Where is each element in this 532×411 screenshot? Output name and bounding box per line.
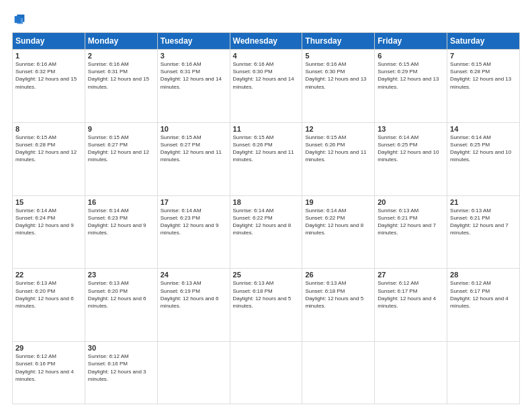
col-header-thursday: Thursday — [302, 33, 375, 50]
day-number: 15 — [15, 198, 82, 206]
day-info: Sunrise: 6:13 AM Sunset: 6:21 PM Dayligh… — [378, 207, 444, 237]
day-number: 1 — [15, 52, 82, 60]
day-info: Sunrise: 6:14 AM Sunset: 6:22 PM Dayligh… — [233, 207, 300, 237]
day-number: 30 — [88, 344, 154, 352]
day-info: Sunrise: 6:15 AM Sunset: 6:27 PM Dayligh… — [88, 134, 154, 164]
day-number: 9 — [88, 125, 154, 133]
calendar-week-row: 29 Sunrise: 6:12 AM Sunset: 6:16 PM Dayl… — [13, 342, 520, 404]
day-info: Sunrise: 6:16 AM Sunset: 6:30 PM Dayligh… — [305, 60, 371, 91]
day-number: 26 — [305, 271, 371, 279]
calendar-week-row: 15 Sunrise: 6:14 AM Sunset: 6:24 PM Dayl… — [13, 195, 520, 269]
calendar-week-row: 22 Sunrise: 6:13 AM Sunset: 6:20 PM Dayl… — [13, 269, 520, 342]
calendar-cell: 26 Sunrise: 6:13 AM Sunset: 6:18 PM Dayl… — [302, 269, 375, 342]
calendar-cell — [302, 342, 375, 404]
calendar-week-row: 1 Sunrise: 6:16 AM Sunset: 6:32 PM Dayli… — [13, 50, 520, 123]
day-number: 24 — [161, 271, 227, 279]
col-header-monday: Monday — [85, 33, 157, 50]
logo — [12, 12, 30, 27]
day-info: Sunrise: 6:13 AM Sunset: 6:19 PM Dayligh… — [161, 279, 227, 310]
calendar-cell: 3 Sunrise: 6:16 AM Sunset: 6:31 PM Dayli… — [157, 50, 230, 123]
day-number: 3 — [161, 52, 227, 60]
calendar-cell: 27 Sunrise: 6:12 AM Sunset: 6:17 PM Dayl… — [375, 269, 447, 342]
day-info: Sunrise: 6:15 AM Sunset: 6:28 PM Dayligh… — [450, 60, 517, 91]
day-number: 12 — [305, 125, 371, 133]
day-number: 7 — [450, 52, 517, 60]
calendar-cell — [157, 342, 230, 404]
day-info: Sunrise: 6:12 AM Sunset: 6:16 PM Dayligh… — [88, 353, 154, 383]
day-number: 16 — [88, 198, 154, 206]
col-header-sunday: Sunday — [13, 33, 85, 50]
calendar-cell: 28 Sunrise: 6:12 AM Sunset: 6:17 PM Dayl… — [447, 269, 520, 342]
day-info: Sunrise: 6:15 AM Sunset: 6:29 PM Dayligh… — [378, 60, 444, 91]
day-info: Sunrise: 6:15 AM Sunset: 6:26 PM Dayligh… — [233, 134, 300, 164]
day-info: Sunrise: 6:14 AM Sunset: 6:25 PM Dayligh… — [450, 134, 517, 164]
day-number: 2 — [88, 52, 154, 60]
day-number: 29 — [15, 344, 82, 352]
day-info: Sunrise: 6:14 AM Sunset: 6:25 PM Dayligh… — [378, 134, 444, 164]
calendar-cell: 6 Sunrise: 6:15 AM Sunset: 6:29 PM Dayli… — [375, 50, 447, 123]
day-number: 27 — [378, 271, 444, 279]
day-info: Sunrise: 6:13 AM Sunset: 6:20 PM Dayligh… — [15, 279, 82, 310]
day-info: Sunrise: 6:13 AM Sunset: 6:18 PM Dayligh… — [233, 279, 300, 310]
day-info: Sunrise: 6:13 AM Sunset: 6:20 PM Dayligh… — [88, 279, 154, 310]
calendar-cell: 11 Sunrise: 6:15 AM Sunset: 6:26 PM Dayl… — [230, 122, 302, 195]
calendar-cell — [375, 342, 447, 404]
col-header-saturday: Saturday — [447, 33, 520, 50]
calendar-cell: 29 Sunrise: 6:12 AM Sunset: 6:16 PM Dayl… — [13, 342, 85, 404]
day-info: Sunrise: 6:12 AM Sunset: 6:17 PM Dayligh… — [450, 279, 517, 310]
col-header-tuesday: Tuesday — [157, 33, 230, 50]
day-number: 20 — [378, 198, 444, 206]
day-info: Sunrise: 6:12 AM Sunset: 6:16 PM Dayligh… — [15, 353, 82, 383]
day-number: 4 — [233, 52, 300, 60]
calendar-cell: 25 Sunrise: 6:13 AM Sunset: 6:18 PM Dayl… — [230, 269, 302, 342]
calendar-cell — [230, 342, 302, 404]
day-info: Sunrise: 6:12 AM Sunset: 6:17 PM Dayligh… — [378, 279, 444, 310]
calendar-week-row: 8 Sunrise: 6:15 AM Sunset: 6:28 PM Dayli… — [13, 122, 520, 195]
calendar-cell: 22 Sunrise: 6:13 AM Sunset: 6:20 PM Dayl… — [13, 269, 85, 342]
calendar-cell: 9 Sunrise: 6:15 AM Sunset: 6:27 PM Dayli… — [85, 122, 157, 195]
calendar-cell: 15 Sunrise: 6:14 AM Sunset: 6:24 PM Dayl… — [13, 195, 85, 269]
day-info: Sunrise: 6:14 AM Sunset: 6:24 PM Dayligh… — [15, 207, 82, 237]
day-number: 22 — [15, 271, 82, 279]
day-number: 5 — [305, 52, 371, 60]
day-number: 17 — [161, 198, 227, 206]
day-info: Sunrise: 6:13 AM Sunset: 6:21 PM Dayligh… — [450, 207, 517, 237]
day-info: Sunrise: 6:14 AM Sunset: 6:22 PM Dayligh… — [305, 207, 371, 237]
day-number: 25 — [233, 271, 300, 279]
calendar-cell: 12 Sunrise: 6:15 AM Sunset: 6:26 PM Dayl… — [302, 122, 375, 195]
generalblue-logo-icon — [12, 12, 27, 27]
calendar-cell: 13 Sunrise: 6:14 AM Sunset: 6:25 PM Dayl… — [375, 122, 447, 195]
calendar-cell: 10 Sunrise: 6:15 AM Sunset: 6:27 PM Dayl… — [157, 122, 230, 195]
calendar-cell: 8 Sunrise: 6:15 AM Sunset: 6:28 PM Dayli… — [13, 122, 85, 195]
day-number: 8 — [15, 125, 82, 133]
day-info: Sunrise: 6:15 AM Sunset: 6:26 PM Dayligh… — [305, 134, 371, 164]
calendar-header-row: SundayMondayTuesdayWednesdayThursdayFrid… — [13, 33, 520, 50]
day-number: 13 — [378, 125, 444, 133]
day-info: Sunrise: 6:14 AM Sunset: 6:23 PM Dayligh… — [161, 207, 227, 237]
calendar-cell: 4 Sunrise: 6:16 AM Sunset: 6:30 PM Dayli… — [230, 50, 302, 123]
day-number: 21 — [450, 198, 517, 206]
calendar-cell: 14 Sunrise: 6:14 AM Sunset: 6:25 PM Dayl… — [447, 122, 520, 195]
calendar-cell: 1 Sunrise: 6:16 AM Sunset: 6:32 PM Dayli… — [13, 50, 85, 123]
header — [12, 12, 520, 27]
calendar-cell: 30 Sunrise: 6:12 AM Sunset: 6:16 PM Dayl… — [85, 342, 157, 404]
day-number: 14 — [450, 125, 517, 133]
day-number: 6 — [378, 52, 444, 60]
day-info: Sunrise: 6:13 AM Sunset: 6:18 PM Dayligh… — [305, 279, 371, 310]
calendar-cell: 7 Sunrise: 6:15 AM Sunset: 6:28 PM Dayli… — [447, 50, 520, 123]
day-info: Sunrise: 6:16 AM Sunset: 6:31 PM Dayligh… — [88, 60, 154, 91]
calendar-cell: 19 Sunrise: 6:14 AM Sunset: 6:22 PM Dayl… — [302, 195, 375, 269]
calendar-cell — [447, 342, 520, 404]
calendar-cell: 24 Sunrise: 6:13 AM Sunset: 6:19 PM Dayl… — [157, 269, 230, 342]
calendar-cell: 18 Sunrise: 6:14 AM Sunset: 6:22 PM Dayl… — [230, 195, 302, 269]
day-info: Sunrise: 6:16 AM Sunset: 6:30 PM Dayligh… — [233, 60, 300, 91]
day-number: 19 — [305, 198, 371, 206]
day-info: Sunrise: 6:15 AM Sunset: 6:28 PM Dayligh… — [15, 134, 82, 164]
day-number: 11 — [233, 125, 300, 133]
day-info: Sunrise: 6:14 AM Sunset: 6:23 PM Dayligh… — [88, 207, 154, 237]
calendar-cell: 21 Sunrise: 6:13 AM Sunset: 6:21 PM Dayl… — [447, 195, 520, 269]
day-number: 18 — [233, 198, 300, 206]
calendar-cell: 2 Sunrise: 6:16 AM Sunset: 6:31 PM Dayli… — [85, 50, 157, 123]
calendar-cell: 17 Sunrise: 6:14 AM Sunset: 6:23 PM Dayl… — [157, 195, 230, 269]
col-header-wednesday: Wednesday — [230, 33, 302, 50]
